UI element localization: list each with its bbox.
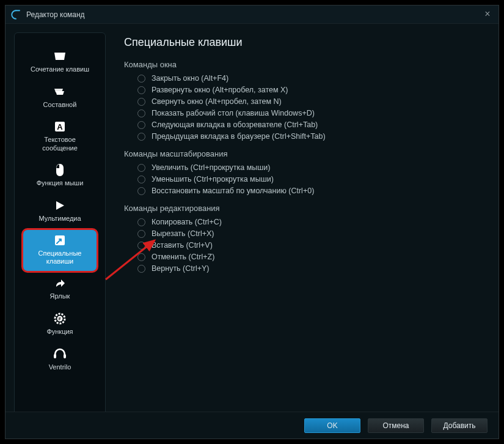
- section-title: Команды редактирования: [124, 204, 486, 213]
- page-title: Специальные клавиши: [124, 36, 486, 49]
- close-button[interactable]: ×: [481, 9, 494, 21]
- content-panel: Специальные клавиши Команды окна Закрыть…: [106, 24, 499, 412]
- sidebar-item-function[interactable]: F Функция: [23, 308, 97, 342]
- radio-icon: [137, 218, 145, 226]
- radio-option[interactable]: Вернуть (Ctrl+Y): [137, 264, 486, 273]
- key-icon: [53, 234, 67, 247]
- radio-icon: [137, 121, 145, 129]
- titlebar: Редактор команд ×: [5, 6, 499, 24]
- radio-icon: [137, 109, 145, 117]
- sidebar-item-label: Сочетание клавиш: [31, 65, 89, 74]
- radio-icon: [137, 176, 145, 183]
- sidebar-item-hotkeys[interactable]: Специальные клавиши: [23, 230, 97, 272]
- svg-rect-7: [64, 354, 66, 358]
- radio-icon: [137, 98, 145, 106]
- sidebar-item-label: Текстовое сообщение: [26, 136, 94, 153]
- svg-text:A: A: [57, 122, 63, 131]
- sidebar-item-media[interactable]: Мультимедиа: [23, 194, 97, 229]
- option-label: Вставить (Ctrl+V): [152, 241, 213, 250]
- logitech-logo-icon: [10, 9, 21, 20]
- radio-icon: [137, 242, 145, 250]
- radio-option[interactable]: Восстановить масштаб по умолчанию (Ctrl+…: [137, 187, 486, 195]
- section-title: Команды окна: [124, 60, 486, 69]
- option-label: Восстановить масштаб по умолчанию (Ctrl+…: [152, 187, 314, 195]
- svg-rect-6: [54, 354, 56, 358]
- headset-icon: [53, 347, 67, 361]
- radio-option[interactable]: Свернуть окно (Alt+пробел, затем N): [137, 97, 486, 106]
- layers-icon: [53, 85, 67, 98]
- sidebar-item-text[interactable]: A Текстовое сообщение: [23, 116, 97, 158]
- section-edit-commands: Команды редактирования Копировать (Ctrl+…: [124, 204, 486, 273]
- play-icon: [53, 199, 67, 212]
- mouse-icon: [53, 163, 67, 177]
- section-zoom-commands: Команды масштабирования Увеличить (Ctrl+…: [124, 149, 486, 195]
- option-label: Вернуть (Ctrl+Y): [152, 264, 210, 273]
- option-label: Вырезать (Ctrl+X): [152, 229, 214, 238]
- radio-option[interactable]: Следующая вкладка в обозревателе (Ctrl+T…: [137, 120, 486, 129]
- radio-option[interactable]: Уменьшить (Ctrl+прокрутка мыши): [137, 175, 486, 183]
- radio-icon: [137, 164, 145, 172]
- sidebar-item-label: Функция: [46, 328, 73, 336]
- sidebar-item-mouse[interactable]: Функция мыши: [23, 159, 97, 193]
- radio-option[interactable]: Развернуть окно (Alt+пробел, затем X): [137, 86, 486, 94]
- sidebar-item-label: Функция мыши: [37, 179, 84, 188]
- radio-icon: [137, 265, 145, 273]
- section-window-commands: Команды окна Закрыть окно (Alt+F4) Разве…: [124, 60, 486, 141]
- svg-text:F: F: [59, 317, 62, 321]
- sidebar-item-shortcut[interactable]: Ярлык: [23, 272, 97, 306]
- radio-option[interactable]: Увеличить (Ctrl+прокрутка мыши): [137, 163, 486, 172]
- option-label: Закрыть окно (Alt+F4): [152, 74, 228, 83]
- radio-option[interactable]: Предыдущая вкладка в браузере (Ctrl+Shif…: [137, 132, 486, 141]
- sidebar-item-label: Ярлык: [50, 292, 70, 301]
- sidebar-item-label: Составной: [43, 101, 77, 109]
- sidebar-item-keystroke[interactable]: Сочетание клавиш: [23, 45, 97, 80]
- sidebar-item-ventrilo[interactable]: Ventrilo: [23, 343, 97, 377]
- sidebar: Сочетание клавиш Составной A Текстовое с…: [14, 32, 106, 424]
- radio-icon: [137, 230, 145, 238]
- radio-option[interactable]: Отменить (Ctrl+Z): [137, 253, 486, 261]
- text-a-icon: A: [53, 120, 67, 133]
- section-title: Команды масштабирования: [124, 149, 486, 158]
- ok-button[interactable]: OK: [304, 418, 360, 433]
- option-label: Копировать (Ctrl+C): [152, 218, 222, 226]
- command-editor-window: Редактор команд × Сочетание клавиш Соста…: [5, 5, 499, 439]
- keyboard-icon: [53, 50, 67, 63]
- sidebar-item-label: Ventrilo: [49, 363, 71, 372]
- radio-option[interactable]: Закрыть окно (Alt+F4): [137, 74, 486, 83]
- radio-icon: [137, 187, 145, 195]
- option-label: Отменить (Ctrl+Z): [152, 253, 214, 261]
- radio-option[interactable]: Вырезать (Ctrl+X): [137, 229, 486, 238]
- option-label: Развернуть окно (Alt+пробел, затем X): [152, 86, 288, 94]
- option-label: Предыдущая вкладка в браузере (Ctrl+Shif…: [152, 132, 326, 141]
- window-title: Редактор команд: [26, 10, 85, 19]
- cancel-button[interactable]: Отмена: [368, 418, 424, 433]
- sidebar-item-label: Специальные клавиши: [26, 250, 94, 267]
- radio-icon: [137, 75, 145, 83]
- gear-icon: F: [53, 312, 67, 325]
- add-button[interactable]: Добавить: [431, 418, 488, 433]
- radio-icon: [137, 86, 145, 94]
- radio-option[interactable]: Показать рабочий стол (клавиша Windows+D…: [137, 109, 486, 117]
- radio-option[interactable]: Вставить (Ctrl+V): [137, 241, 486, 250]
- option-label: Уменьшить (Ctrl+прокрутка мыши): [152, 175, 274, 183]
- dialog-footer: OK Отмена Добавить: [5, 412, 499, 438]
- sidebar-item-multikey[interactable]: Составной: [23, 81, 97, 115]
- option-label: Показать рабочий стол (клавиша Windows+D…: [152, 109, 315, 117]
- radio-icon: [137, 133, 145, 141]
- option-label: Свернуть окно (Alt+пробел, затем N): [152, 97, 282, 106]
- option-label: Увеличить (Ctrl+прокрутка мыши): [152, 163, 271, 172]
- sidebar-item-label: Мультимедиа: [38, 215, 81, 223]
- shortcut-arrow-icon: [53, 276, 67, 290]
- radio-icon: [137, 253, 145, 261]
- option-label: Следующая вкладка в обозревателе (Ctrl+T…: [152, 120, 318, 129]
- radio-option[interactable]: Копировать (Ctrl+C): [137, 218, 486, 226]
